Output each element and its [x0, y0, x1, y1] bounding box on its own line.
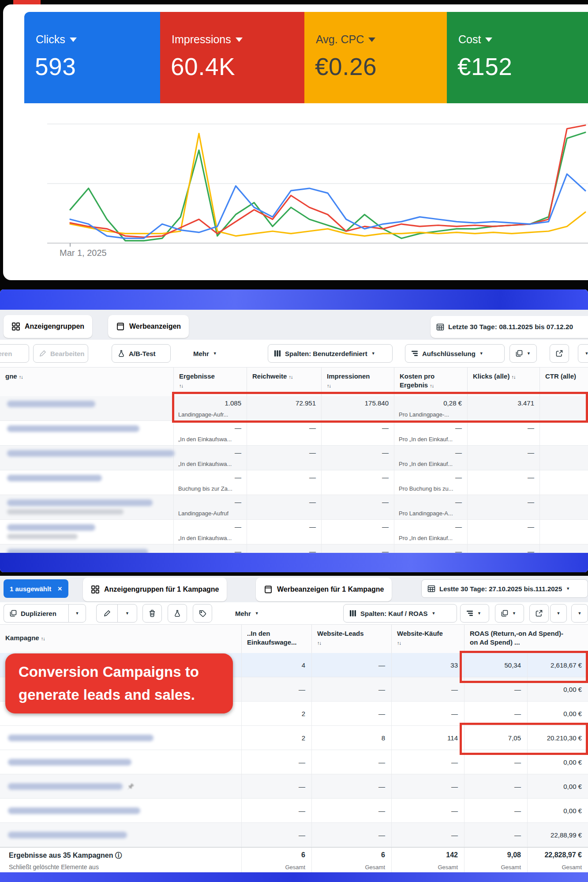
metric-card-avgcpc[interactable]: Avg. CPC€0.26	[304, 12, 447, 103]
cell-roas: —	[464, 774, 528, 799]
cell-klicks: —	[468, 421, 540, 445]
close-icon[interactable]: ✕	[57, 585, 62, 592]
duplicate-options-button[interactable]: ▼	[68, 604, 86, 623]
blurred-campaign-name[interactable]	[7, 499, 153, 506]
more-export-options-button[interactable]: ▼	[578, 344, 588, 363]
tab-anzeigengruppen[interactable]: Anzeigengruppen	[4, 315, 92, 338]
column-header-kampagne[interactable]: gne ↑↓	[0, 368, 174, 397]
blurred-campaign-name[interactable]	[7, 524, 95, 531]
delete-button[interactable]	[142, 604, 162, 623]
cell-value: —	[382, 449, 389, 456]
cell-sublabel: Pro Buchung bis zu...	[399, 485, 453, 492]
columns-button[interactable]: Spalten: Kauf / ROAS ▼	[343, 604, 457, 623]
column-header-roas[interactable]: ROAS (Return,-on Ad Spend)- on Ad Spend)…	[464, 625, 588, 653]
duplicate-button-partial[interactable]: zieren	[0, 344, 29, 363]
cell-value: —	[378, 807, 385, 814]
metric-card-impressions[interactable]: Impressions60.4K	[160, 12, 304, 103]
table-row[interactable]: 📌————0,00 €	[0, 774, 588, 799]
table-row[interactable]: —„In den Einkaufswa...———Pro „In den Ein…	[0, 446, 588, 470]
info-icon[interactable]: ⓘ	[115, 852, 122, 859]
ab-test-button[interactable]: A/B-Test	[112, 344, 171, 363]
column-header-website-leads[interactable]: Website-Leads ↑↓	[312, 625, 392, 653]
breakdown-button[interactable]: Aufschlüsselung ▼	[405, 344, 505, 363]
button-label: Duplizieren	[21, 610, 56, 617]
chevron-down-icon[interactable]	[485, 38, 492, 42]
sort-icon: ↑↓	[317, 640, 321, 646]
columns-button[interactable]: Spalten: Benutzerdefiniert ▼	[268, 344, 393, 363]
table-row[interactable]: —„In den Einkaufswa...———Pro „In den Ein…	[0, 421, 588, 446]
tab-werbeanzeigen[interactable]: Werbeanzeigen	[108, 315, 189, 338]
metric-card-clicks[interactable]: Clicks593	[24, 12, 160, 103]
ad-groups-grid-icon	[11, 322, 20, 331]
totals-row: Ergebnisse aus 35 Kampagnen ⓘ Schließt g…	[0, 847, 588, 874]
blurred-campaign-name[interactable]	[8, 735, 154, 741]
reports-button[interactable]: ▼	[509, 344, 537, 363]
cell-leads: —	[312, 823, 392, 847]
date-range-button[interactable]: Lestte 30 Tage: 27.10.2025 bis.111.2025 …	[421, 579, 588, 598]
cell-value: 8	[382, 734, 385, 742]
metric-card-cost[interactable]: Cost€152	[447, 12, 588, 103]
column-header-website-kaeufe[interactable]: Website-Käufe ↑↓	[392, 625, 464, 653]
cell-leads: —	[312, 677, 392, 702]
sort-icon: ↑↓	[327, 383, 331, 388]
more-view-options-button[interactable]: ▼	[571, 604, 588, 623]
ab-test-button[interactable]	[168, 604, 187, 623]
blurred-campaign-name[interactable]	[7, 401, 95, 407]
blurred-campaign-name[interactable]	[8, 783, 123, 790]
edit-button[interactable]: Bearbeiten	[33, 344, 88, 363]
cell-kampagne	[0, 446, 174, 470]
breakdown-button[interactable]: ▼	[460, 604, 489, 623]
blurred-campaign-name[interactable]	[7, 450, 175, 457]
cell-value: —	[378, 758, 385, 766]
bottom-toolbar: Duplizieren ▼ ▼	[0, 602, 588, 624]
breakdown-icon	[411, 350, 418, 357]
chevron-down-icon[interactable]	[70, 38, 77, 42]
cell-roas: —	[464, 799, 528, 823]
cell-purchases: —	[392, 702, 464, 726]
more-button[interactable]: Mehr ▼	[187, 344, 218, 363]
edit-button[interactable]	[96, 604, 117, 623]
metric-card-value: 60.4K	[171, 53, 235, 81]
export-options-button[interactable]: ▼	[550, 604, 567, 623]
tab-label: Anzeigengruppen für 1 Kampagne	[104, 585, 219, 593]
reports-button[interactable]: ▼	[495, 604, 524, 623]
blurred-campaign-name[interactable]	[7, 475, 102, 481]
cell-kampagne	[0, 396, 174, 420]
cell-leads: —	[312, 653, 392, 677]
sort-icon: ↑↓	[19, 374, 23, 379]
blurred-campaign-name[interactable]	[8, 759, 131, 766]
export-button[interactable]	[550, 344, 569, 363]
date-range-button[interactable]: Letzte 30 Tage: 08.11.2025 bis 07.12.20	[431, 316, 588, 338]
column-header-in-den-einkaufswagen[interactable]: ..In den Einkaufswage...	[242, 625, 312, 653]
table-row[interactable]: —„In den Einkaufswa...———Pro „In den Ein…	[0, 520, 588, 544]
cell-kosten: —Pro Buchung bis zu...	[394, 470, 468, 495]
more-button[interactable]: Mehr ▼	[229, 604, 264, 623]
table-row[interactable]: —Buchung bis zur Za...———Pro Buchung bis…	[0, 470, 588, 495]
blurred-campaign-name[interactable]	[8, 807, 140, 814]
tag-button[interactable]	[193, 604, 212, 623]
table-row[interactable]: —Landingpage-Aufruf———Pro Landingpage-A.…	[0, 495, 588, 520]
selected-count-chip[interactable]: 1 ausgewählt ✕	[4, 579, 68, 598]
column-header-kampagne[interactable]: Kampagne ↑↓	[0, 625, 242, 653]
cell-reichweite: —	[247, 495, 322, 519]
table-row[interactable]: ————22,88,99 €	[0, 823, 588, 847]
duplicate-icon	[10, 610, 17, 617]
cell-sublabel: Buchung bis zur Za...	[178, 485, 232, 492]
duplicate-button[interactable]: Duplizieren	[4, 604, 68, 623]
cell-value: —	[514, 710, 521, 717]
tab-anzeigengruppen-fuer-kampagne[interactable]: Anzeigengruppen für 1 Kampagne	[83, 578, 227, 601]
cell-kampagne: 📌	[0, 774, 242, 799]
tab-werbeanzeigen-fuer-kampagne[interactable]: Werbeanzeigen für 1 Kampagne	[256, 578, 392, 601]
metric-label-text: Impressions	[172, 33, 231, 46]
chevron-down-icon[interactable]	[236, 38, 243, 42]
blurred-campaign-name[interactable]	[8, 832, 127, 838]
table-row[interactable]: ————0,00 €	[0, 799, 588, 823]
chevron-down-icon[interactable]	[368, 38, 375, 42]
cell-kampagne	[0, 470, 174, 495]
edit-options-button[interactable]: ▼	[117, 604, 137, 623]
totals-value: 142	[446, 851, 458, 859]
column-label: Website-Käufe	[397, 630, 443, 637]
blurred-campaign-name[interactable]	[7, 425, 139, 432]
export-button[interactable]	[529, 604, 549, 623]
cell-klicks: —	[468, 495, 540, 519]
